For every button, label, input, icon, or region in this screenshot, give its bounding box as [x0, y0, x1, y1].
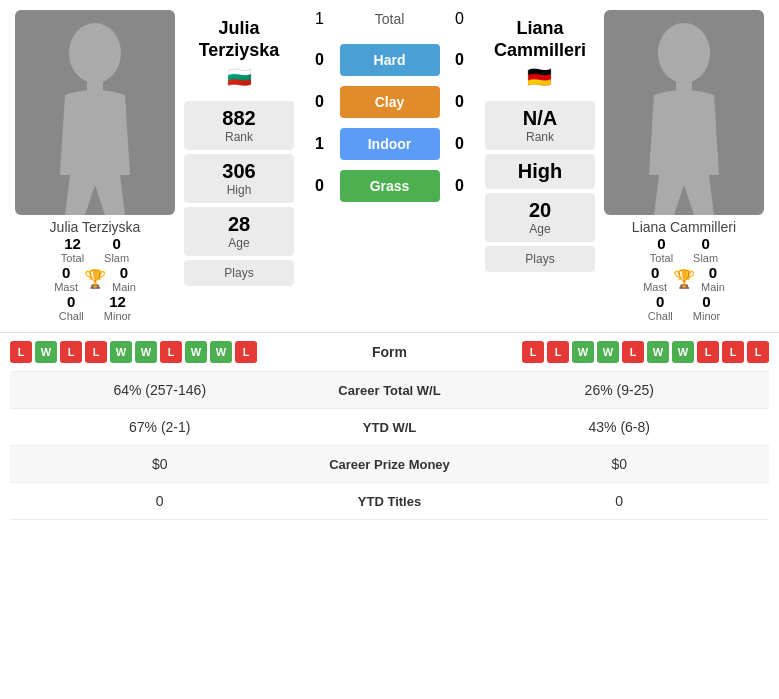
court-btn-indoor[interactable]: Indoor — [340, 128, 440, 160]
stat-left-2: $0 — [10, 456, 310, 472]
left-mast-main: 0 Mast 🏆 0 Main — [54, 264, 136, 293]
form-right: LLWWLWWLLL — [470, 341, 770, 363]
left-name-line1: Julia Terziyska — [199, 18, 280, 61]
right-name-line1: Liana Cammilleri — [494, 18, 586, 61]
left-age-box: 28 Age — [184, 207, 294, 256]
form-right-badge-9: L — [747, 341, 769, 363]
court-right-score-0: 0 — [448, 51, 472, 69]
right-plays-box: Plays — [485, 246, 595, 272]
left-total-slam: 12 Total 0 Slam — [61, 235, 129, 264]
data-rows: 64% (257-146) Career Total W/L 26% (9-25… — [10, 372, 769, 520]
main-container: Julia Terziyska 12 Total 0 Slam 0 Mast 🏆 — [0, 0, 779, 520]
stat-right-3: 0 — [470, 493, 770, 509]
form-right-badge-0: L — [522, 341, 544, 363]
right-high-box: High — [485, 154, 595, 189]
form-left-badge-0: L — [10, 341, 32, 363]
form-left-badge-3: L — [85, 341, 107, 363]
svg-point-0 — [69, 23, 121, 83]
right-player-column: Liana Cammilleri 0 Total 0 Slam 0 Mast 🏆 — [599, 10, 769, 322]
form-right-badge-7: L — [697, 341, 719, 363]
left-total-cell: 12 Total — [61, 235, 84, 264]
left-high-box: 306 High — [184, 154, 294, 203]
left-rank-box: 882 Rank — [184, 101, 294, 150]
right-chall-minor: 0 Chall 0 Minor — [648, 293, 721, 322]
stat-row-3: 0 YTD Titles 0 — [10, 483, 769, 520]
stat-left-3: 0 — [10, 493, 310, 509]
stat-right-0: 26% (9-25) — [470, 382, 770, 398]
left-flag: 🇧🇬 — [199, 65, 280, 89]
form-right-badge-4: L — [622, 341, 644, 363]
left-total-score: 1 — [308, 10, 332, 28]
court-row-indoor: 1 Indoor 0 — [308, 128, 472, 160]
form-left: LWLLWWLWWL — [10, 341, 310, 363]
form-left-badge-5: W — [135, 341, 157, 363]
right-minor-cell: 0 Minor — [693, 293, 721, 322]
left-main-cell: 0 Main — [112, 264, 136, 293]
stat-row-2: $0 Career Prize Money $0 — [10, 446, 769, 483]
courts-column: 1 Total 0 0 Hard 0 0 Clay 0 1 Indoor 0 0… — [298, 10, 481, 212]
court-rows: 0 Hard 0 0 Clay 0 1 Indoor 0 0 Grass 0 — [308, 44, 472, 212]
form-right-badge-3: W — [597, 341, 619, 363]
left-trophy-icon: 🏆 — [84, 268, 106, 290]
left-silhouette — [35, 15, 155, 215]
stat-label-2: Career Prize Money — [310, 457, 470, 472]
stat-left-0: 64% (257-146) — [10, 382, 310, 398]
court-left-score-3: 0 — [308, 177, 332, 195]
left-player-photo — [15, 10, 175, 215]
form-left-badge-2: L — [60, 341, 82, 363]
left-player-name-below: Julia Terziyska — [50, 219, 141, 235]
court-right-score-3: 0 — [448, 177, 472, 195]
stat-label-3: YTD Titles — [310, 494, 470, 509]
right-age-box: 20 Age — [485, 193, 595, 242]
left-chall-cell: 0 Chall — [59, 293, 84, 322]
left-info-column: Julia Terziyska 🇧🇬 882 Rank 306 High 28 … — [184, 10, 294, 286]
form-right-badge-1: L — [547, 341, 569, 363]
stat-row-0: 64% (257-146) Career Total W/L 26% (9-25… — [10, 372, 769, 409]
svg-rect-1 — [87, 77, 103, 97]
form-label: Form — [310, 344, 470, 360]
right-rank-box: N/A Rank — [485, 101, 595, 150]
form-row: LWLLWWLWWL Form LLWWLWWLLL — [10, 333, 769, 372]
court-btn-clay[interactable]: Clay — [340, 86, 440, 118]
left-player-header: Julia Terziyska 🇧🇬 — [199, 10, 280, 93]
court-row-hard: 0 Hard 0 — [308, 44, 472, 76]
right-chall-cell: 0 Chall — [648, 293, 673, 322]
svg-rect-3 — [676, 77, 692, 97]
right-info-column: Liana Cammilleri 🇩🇪 N/A Rank High 20 Age… — [485, 10, 595, 272]
svg-point-2 — [658, 23, 710, 83]
top-section: Julia Terziyska 12 Total 0 Slam 0 Mast 🏆 — [0, 0, 779, 332]
left-plays-box: Plays — [184, 260, 294, 286]
stat-right-2: $0 — [470, 456, 770, 472]
court-row-clay: 0 Clay 0 — [308, 86, 472, 118]
right-main-cell: 0 Main — [701, 264, 725, 293]
court-btn-grass[interactable]: Grass — [340, 170, 440, 202]
right-player-name-below: Liana Cammilleri — [632, 219, 736, 235]
right-total-slam: 0 Total 0 Slam — [650, 235, 718, 264]
stat-row-1: 67% (2-1) YTD W/L 43% (6-8) — [10, 409, 769, 446]
left-slam-cell: 0 Slam — [104, 235, 129, 264]
court-right-score-1: 0 — [448, 93, 472, 111]
right-slam-cell: 0 Slam — [693, 235, 718, 264]
right-player-photo — [604, 10, 764, 215]
total-row: 1 Total 0 — [308, 10, 472, 28]
court-right-score-2: 0 — [448, 135, 472, 153]
right-flag: 🇩🇪 — [494, 65, 586, 89]
stat-left-1: 67% (2-1) — [10, 419, 310, 435]
right-total-score: 0 — [448, 10, 472, 28]
court-btn-hard[interactable]: Hard — [340, 44, 440, 76]
left-chall-minor: 0 Chall 12 Minor — [59, 293, 132, 322]
form-right-badge-2: W — [572, 341, 594, 363]
stat-right-1: 43% (6-8) — [470, 419, 770, 435]
court-left-score-1: 0 — [308, 93, 332, 111]
form-left-badge-4: W — [110, 341, 132, 363]
form-left-badge-8: W — [210, 341, 232, 363]
court-row-grass: 0 Grass 0 — [308, 170, 472, 202]
form-left-badge-9: L — [235, 341, 257, 363]
right-player-header: Liana Cammilleri 🇩🇪 — [494, 10, 586, 93]
form-left-badge-1: W — [35, 341, 57, 363]
right-mast-main: 0 Mast 🏆 0 Main — [643, 264, 725, 293]
bottom-section: LWLLWWLWWL Form LLWWLWWLLL 64% (257-146)… — [0, 332, 779, 520]
form-left-badge-7: W — [185, 341, 207, 363]
form-right-badge-5: W — [647, 341, 669, 363]
court-left-score-0: 0 — [308, 51, 332, 69]
